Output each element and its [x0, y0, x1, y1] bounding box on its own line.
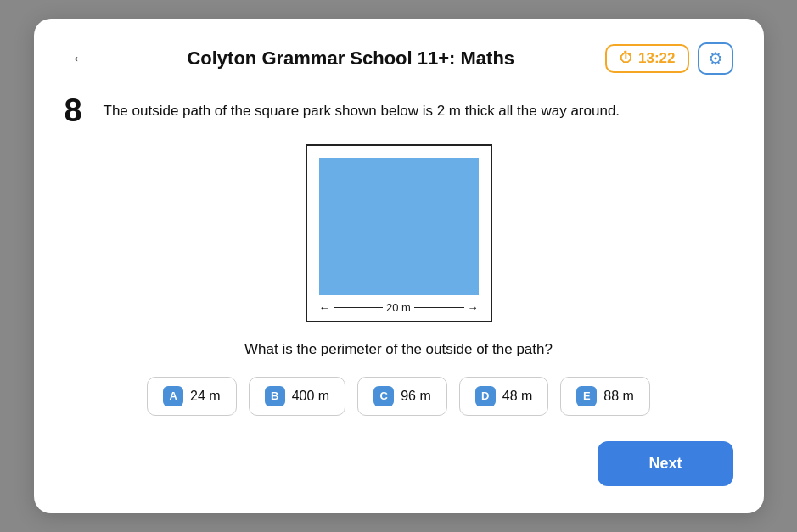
option-b[interactable]: B400 m [249, 377, 345, 416]
question-number: 8 [65, 93, 92, 129]
settings-button[interactable]: ⚙ [698, 42, 733, 75]
option-value-d: 48 m [502, 389, 533, 404]
option-letter-a: A [163, 386, 183, 406]
header-controls: ⏱ 13:22 ⚙ [605, 42, 732, 75]
option-value-e: 88 m [603, 389, 634, 404]
line-right [414, 307, 464, 309]
option-value-c: 96 m [401, 389, 431, 404]
options-row: A24 mB400 mC96 mD48 mE88 m [65, 377, 733, 416]
arrow-right: → [468, 301, 479, 314]
option-e[interactable]: E88 m [560, 377, 650, 416]
option-a[interactable]: A24 m [147, 377, 237, 416]
timer-value: 13:22 [638, 50, 675, 67]
header: ← Colyton Grammar School 11+: Maths ⏱ 13… [65, 42, 733, 75]
diagram-inner [319, 158, 479, 295]
option-letter-c: C [373, 386, 394, 406]
option-letter-e: E [576, 386, 597, 406]
timer-badge: ⏱ 13:22 [605, 44, 688, 73]
question-row: 8 The outside path of the square park sh… [65, 93, 733, 129]
option-value-a: 24 m [190, 389, 221, 404]
back-button[interactable]: ← [65, 44, 97, 73]
timer-icon: ⏱ [619, 50, 633, 67]
measurement-label: 20 m [386, 301, 411, 314]
option-d[interactable]: D48 m [459, 377, 549, 416]
line-left [334, 307, 384, 309]
option-c[interactable]: C96 m [357, 377, 447, 416]
option-value-b: 400 m [292, 389, 329, 404]
option-letter-b: B [265, 386, 285, 406]
arrow-left: ← [319, 301, 330, 314]
page-title: Colyton Grammar School 11+: Maths [187, 48, 514, 70]
sub-question: What is the perimeter of the outside of … [65, 341, 733, 358]
diagram-outer: ← 20 m → [306, 144, 492, 322]
measurement-row: ← 20 m → [319, 301, 479, 314]
question-text: The outside path of the square park show… [104, 93, 620, 122]
quiz-card: ← Colyton Grammar School 11+: Maths ⏱ 13… [34, 19, 764, 513]
diagram-area: ← 20 m → [65, 144, 733, 322]
footer: Next [65, 441, 733, 486]
next-button[interactable]: Next [598, 441, 732, 486]
option-letter-d: D [475, 386, 496, 406]
